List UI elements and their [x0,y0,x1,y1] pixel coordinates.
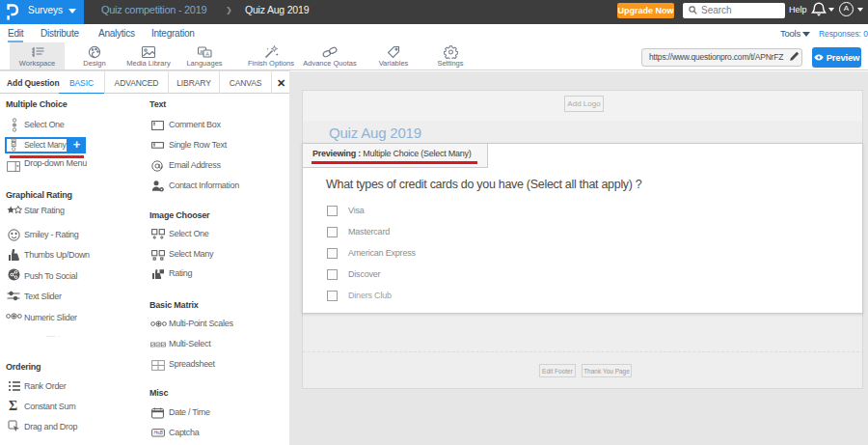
svg-text:A: A [205,51,209,57]
svg-text:Σ: Σ [9,399,17,412]
svg-text:HsB: HsB [154,430,164,435]
